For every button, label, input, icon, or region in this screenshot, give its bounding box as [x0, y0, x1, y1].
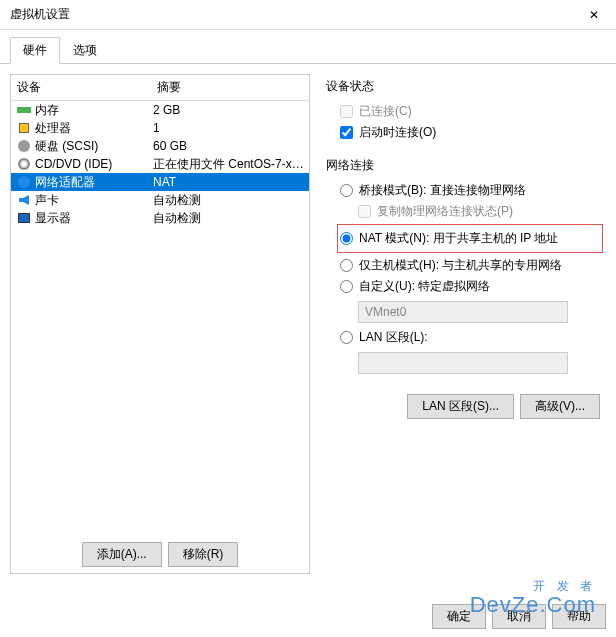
- device-summary: 正在使用文件 CentOS-7-x86...: [151, 156, 309, 173]
- bridge-radio-row[interactable]: 桥接模式(B): 直接连接物理网络: [340, 180, 600, 201]
- nat-radio-row[interactable]: NAT 模式(N): 用于共享主机的 IP 地址: [340, 228, 600, 249]
- bridge-label: 桥接模式(B): 直接连接物理网络: [359, 182, 526, 199]
- table-row[interactable]: 声卡 自动检测: [11, 191, 309, 209]
- display-icon: [15, 210, 33, 226]
- device-name: 声卡: [33, 192, 151, 209]
- remove-button[interactable]: 移除(R): [168, 542, 239, 567]
- device-name: 网络适配器: [33, 174, 151, 191]
- titlebar: 虚拟机设置 ✕: [0, 0, 616, 30]
- replicate-label: 复制物理网络连接状态(P): [377, 203, 513, 220]
- memory-icon: [15, 102, 33, 118]
- connected-checkbox: [340, 105, 353, 118]
- device-name: 硬盘 (SCSI): [33, 138, 151, 155]
- device-summary: NAT: [151, 175, 309, 189]
- dialog-footer: 确定 取消 帮助: [432, 604, 606, 629]
- cancel-button[interactable]: 取消: [492, 604, 546, 629]
- tab-options[interactable]: 选项: [60, 37, 110, 64]
- lan-segment-button[interactable]: LAN 区段(S)...: [407, 394, 514, 419]
- tab-hardware[interactable]: 硬件: [10, 37, 60, 64]
- table-row[interactable]: 内存 2 GB: [11, 101, 309, 119]
- table-row[interactable]: 处理器 1: [11, 119, 309, 137]
- device-list-panel: 设备 摘要 内存 2 GB 处理器 1 硬盘 (SCSI) 60 GB: [10, 74, 310, 574]
- nat-highlight: NAT 模式(N): 用于共享主机的 IP 地址: [337, 224, 603, 253]
- device-name: 处理器: [33, 120, 151, 137]
- content-area: 设备 摘要 内存 2 GB 处理器 1 硬盘 (SCSI) 60 GB: [0, 64, 616, 584]
- table-header: 设备 摘要: [11, 75, 309, 101]
- window-title: 虚拟机设置: [10, 6, 70, 23]
- connect-at-power-label: 启动时连接(O): [359, 124, 436, 141]
- device-buttons: 添加(A)... 移除(R): [11, 536, 309, 573]
- hostonly-label: 仅主机模式(H): 与主机共享的专用网络: [359, 257, 562, 274]
- connect-at-power-row[interactable]: 启动时连接(O): [340, 122, 600, 143]
- device-summary: 1: [151, 121, 309, 135]
- custom-network-dropdown: VMnet0: [358, 301, 568, 323]
- network-buttons: LAN 区段(S)... 高级(V)...: [326, 394, 600, 419]
- disk-icon: [15, 138, 33, 154]
- table-row[interactable]: 显示器 自动检测: [11, 209, 309, 227]
- cd-icon: [15, 156, 33, 172]
- hostonly-radio[interactable]: [340, 259, 353, 272]
- table-row[interactable]: 网络适配器 NAT: [11, 173, 309, 191]
- connected-checkbox-row: 已连接(C): [340, 101, 600, 122]
- custom-radio-row[interactable]: 自定义(U): 特定虚拟网络: [340, 276, 600, 297]
- nat-radio[interactable]: [340, 232, 353, 245]
- nat-label: NAT 模式(N): 用于共享主机的 IP 地址: [359, 230, 558, 247]
- bridge-radio[interactable]: [340, 184, 353, 197]
- table-row[interactable]: CD/DVD (IDE) 正在使用文件 CentOS-7-x86...: [11, 155, 309, 173]
- replicate-row: 复制物理网络连接状态(P): [340, 201, 600, 222]
- close-button[interactable]: ✕: [571, 0, 616, 30]
- cpu-icon: [15, 120, 33, 136]
- close-icon: ✕: [589, 8, 599, 22]
- advanced-button[interactable]: 高级(V)...: [520, 394, 600, 419]
- device-name: 显示器: [33, 210, 151, 227]
- device-name: 内存: [33, 102, 151, 119]
- tab-bar: 硬件 选项: [0, 30, 616, 64]
- network-title: 网络连接: [326, 157, 600, 174]
- lan-segment-dropdown: [358, 352, 568, 374]
- connect-at-power-checkbox[interactable]: [340, 126, 353, 139]
- device-status-title: 设备状态: [326, 78, 600, 95]
- help-button[interactable]: 帮助: [552, 604, 606, 629]
- table-body: 内存 2 GB 处理器 1 硬盘 (SCSI) 60 GB CD/DVD (ID…: [11, 101, 309, 227]
- settings-panel: 设备状态 已连接(C) 启动时连接(O) 网络连接 桥接模式(B): 直接连接物…: [320, 74, 606, 574]
- device-status-group: 设备状态 已连接(C) 启动时连接(O): [326, 78, 600, 143]
- column-device[interactable]: 设备: [11, 75, 151, 100]
- custom-radio[interactable]: [340, 280, 353, 293]
- device-summary: 自动检测: [151, 210, 309, 227]
- network-icon: [15, 174, 33, 190]
- device-name: CD/DVD (IDE): [33, 157, 151, 171]
- replicate-checkbox: [358, 205, 371, 218]
- table-row[interactable]: 硬盘 (SCSI) 60 GB: [11, 137, 309, 155]
- hostonly-radio-row[interactable]: 仅主机模式(H): 与主机共享的专用网络: [340, 255, 600, 276]
- sound-icon: [15, 192, 33, 208]
- network-connection-group: 网络连接 桥接模式(B): 直接连接物理网络 复制物理网络连接状态(P) NAT…: [326, 157, 600, 374]
- lan-label: LAN 区段(L):: [359, 329, 428, 346]
- ok-button[interactable]: 确定: [432, 604, 486, 629]
- device-summary: 自动检测: [151, 192, 309, 209]
- lan-radio[interactable]: [340, 331, 353, 344]
- custom-label: 自定义(U): 特定虚拟网络: [359, 278, 490, 295]
- device-summary: 2 GB: [151, 103, 309, 117]
- lan-radio-row[interactable]: LAN 区段(L):: [340, 327, 600, 348]
- column-summary[interactable]: 摘要: [151, 75, 309, 100]
- connected-label: 已连接(C): [359, 103, 412, 120]
- device-summary: 60 GB: [151, 139, 309, 153]
- add-button[interactable]: 添加(A)...: [82, 542, 162, 567]
